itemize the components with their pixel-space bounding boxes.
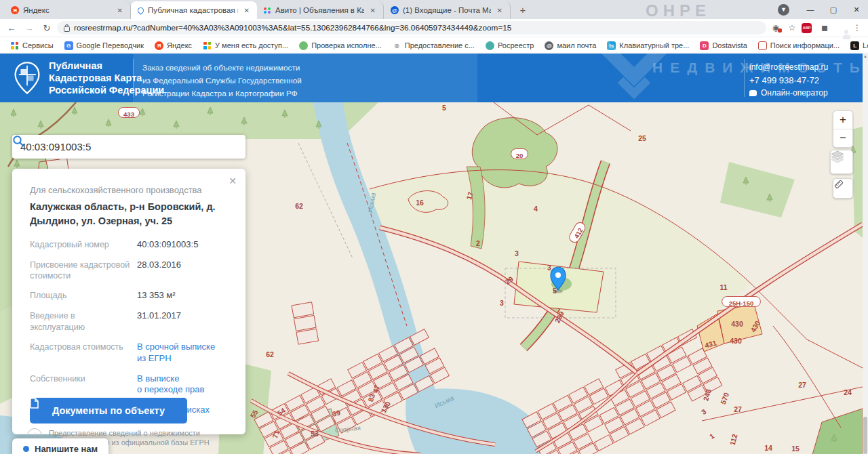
back-icon[interactable]: ← (4, 23, 19, 33)
scrollbar-thumb[interactable] (863, 417, 867, 454)
reload-icon[interactable]: ↻ (39, 23, 54, 33)
document-icon (30, 398, 39, 409)
measure-ruler-icon (833, 179, 844, 190)
bookmark-item[interactable]: ◎Предоставление с... (388, 40, 479, 51)
apps-grid-icon (10, 41, 19, 50)
url-text: rosreestrmap.ru/?cadNumber=40%3A03%3A091… (74, 23, 511, 33)
bookmark-item[interactable]: Поиск информаци... (753, 40, 844, 51)
maximize-button[interactable]: ▢ (822, 0, 845, 19)
parcel-attribute-row: СобственникиВ выпискео переходе прав (30, 373, 232, 396)
tab-4[interactable]: @(1) Входящие - Почта Mail.ru✕ (384, 1, 511, 19)
lock-icon (64, 26, 70, 32)
header-email[interactable]: info@rosreestrmap.ru (749, 61, 828, 74)
write-us-button[interactable]: Напишите нам (12, 438, 108, 454)
zoom-in-button[interactable]: + (833, 111, 852, 129)
close-button[interactable]: ✕ (845, 0, 868, 19)
attribute-value[interactable]: В выпискео переходе прав (137, 373, 204, 396)
map-pin-favicon (136, 6, 145, 15)
outline-square-icon (758, 41, 767, 50)
new-tab-button[interactable]: + (515, 1, 531, 18)
tab-close-icon[interactable]: ✕ (242, 6, 252, 15)
attribute-label: Площадь (30, 290, 137, 302)
parcel-attribute-row: Кадастровая стоимостьВ срочной выпискеиз… (30, 342, 232, 365)
yandex-icon: Я (155, 41, 163, 50)
parcel-attribute-row: Кадастровый номер40:03:091003:5 (30, 239, 232, 251)
attribute-value: 31.01.2017 (137, 310, 181, 333)
attribute-label: Кадастровый номер (30, 239, 137, 251)
password-manager-icon[interactable]: ◉ (769, 23, 783, 33)
attribute-value: 28.03.2016 (137, 260, 181, 282)
leaf-icon (299, 41, 308, 50)
measure-button[interactable] (833, 178, 853, 199)
target-icon: ◎ (393, 41, 401, 50)
parcel-address: Калужская область, р-н Боровский, д. Дыл… (30, 200, 233, 228)
bookmark-item[interactable]: GGoogle Переводчик (60, 40, 149, 51)
layers-button[interactable] (830, 150, 853, 174)
site-logo[interactable]: Публичная Кадастровая Карта Российской Ф… (14, 60, 164, 96)
bookmark-item[interactable]: @маил почта (540, 40, 601, 51)
header-phone: +7 499 938-47-72 (749, 74, 828, 87)
attribute-label: Собственники (30, 373, 137, 396)
address-bar[interactable]: rosreestrmap.ru/?cadNumber=40%3A03%3A091… (57, 21, 766, 35)
browser-tab-bar: ЯЯндекс✕Публичная кадастровая карта✕Авит… (0, 0, 868, 19)
attribute-value[interactable]: В срочной выпискеиз ЕГРН (137, 342, 215, 365)
bookmark-item[interactable]: ЯЯндекс (150, 40, 197, 51)
adblock-icon[interactable]: ABP (802, 23, 815, 33)
tab-close-icon[interactable]: ✕ (368, 6, 378, 15)
ts-icon: ts (607, 41, 616, 50)
attribute-label: Кадастровая стоимость (30, 342, 137, 365)
window-controls: ▼ — ▢ ✕ (778, 0, 868, 19)
map-area: 433525201662174233293529941225Н-15011430… (0, 102, 863, 454)
dostavista-icon: D (700, 41, 709, 50)
browser-update-icon[interactable]: ▼ (778, 4, 789, 16)
search-input[interactable] (12, 141, 221, 152)
page-scrollbar[interactable]: ▲ (863, 53, 868, 454)
header-contacts: info@rosreestrmap.ru +7 499 938-47-72 Он… (749, 61, 828, 100)
translate-icon: G (64, 41, 73, 50)
documents-button[interactable]: Документы по объекту (30, 398, 187, 424)
logo-pin-icon (14, 60, 41, 96)
bookmark-item[interactable]: LLenta.ru - Новости... (846, 40, 868, 51)
bookmark-star-icon[interactable]: ☆ (785, 23, 799, 33)
extensions-icon[interactable]: ◼ (818, 23, 831, 33)
cadastral-search-box (12, 135, 245, 159)
scroll-up-icon[interactable]: ▲ (863, 53, 868, 60)
tab-1[interactable]: ЯЯндекс✕ (4, 1, 131, 19)
parcel-info-panel: ✕ Для сельскохозяйственного производства… (12, 169, 245, 434)
zoom-controls: + − (833, 110, 853, 148)
menu-kebab-icon[interactable]: ⋮ (850, 23, 864, 33)
avito-favicon (264, 7, 271, 14)
site-header: Публичная Кадастровая Карта Российской Ф… (0, 54, 868, 102)
bookmark-item[interactable]: tsКлавиатурный тре... (602, 40, 694, 51)
layers-icon (831, 150, 844, 163)
bookmark-item[interactable]: Росреестр (481, 40, 538, 51)
browser-toolbar: ← → ↻ rosreestrmap.ru/?cadNumber=40%3A03… (0, 19, 868, 37)
sprout-icon (486, 41, 494, 50)
online-operator-link[interactable]: Онлайн-оператор (749, 87, 828, 100)
status-dot-icon (23, 446, 29, 452)
bookmark-item[interactable]: Сервисы (5, 40, 58, 51)
tab-2[interactable]: Публичная кадастровая карта✕ (131, 1, 257, 19)
panel-close-icon[interactable]: ✕ (226, 176, 239, 188)
bookmark-item[interactable]: У меня есть доступ... (198, 40, 293, 51)
microsoft-icon (203, 41, 212, 50)
bookmark-item[interactable]: DDostavista (695, 40, 751, 51)
attribute-value: 13 353 м² (137, 290, 176, 302)
parcel-attribute-row: Площадь13 353 м² (30, 290, 232, 302)
minimize-button[interactable]: — (799, 0, 822, 19)
parcel-attribute-row: Присвоение кадастровой стоимости28.03.20… (30, 260, 232, 282)
zoom-out-button[interactable]: − (833, 129, 852, 147)
attribute-label: Введение в эксплуатацию (30, 310, 137, 333)
attribute-label: Присвоение кадастровой стоимости (30, 260, 137, 282)
tab-close-icon[interactable]: ✕ (495, 6, 505, 15)
lenta-icon: L (850, 41, 859, 50)
mail-favicon: @ (391, 6, 399, 14)
tab-3[interactable]: Авито | Объявления в Калужск...✕ (257, 1, 384, 19)
parcel-category: Для сельскохозяйственного производства (30, 185, 232, 195)
browser-window: ЯЯндекс✕Публичная кадастровая карта✕Авит… (0, 0, 868, 454)
parcel-attribute-row: Введение в эксплуатацию31.01.2017 (30, 310, 232, 333)
tab-close-icon[interactable]: ✕ (115, 6, 125, 15)
forward-icon[interactable]: → (22, 23, 37, 33)
attribute-value: 40:03:091003:5 (137, 239, 198, 251)
bookmark-item[interactable]: Проверка исполне... (294, 40, 387, 51)
